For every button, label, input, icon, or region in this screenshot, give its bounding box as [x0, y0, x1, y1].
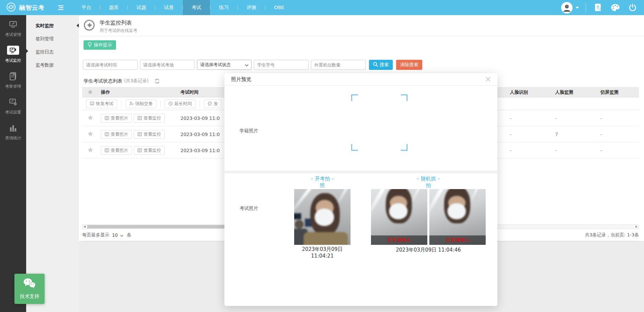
- exam-time-input[interactable]: [83, 60, 138, 70]
- refresh-icon[interactable]: [155, 79, 160, 84]
- scrollbar-thumb[interactable]: [87, 225, 227, 228]
- nav-tab-questions[interactable]: 试题: [128, 0, 155, 15]
- filter-bar: 请选择考试状态 搜索 清除搜索: [83, 60, 644, 70]
- face-recognition-cell: -: [506, 148, 552, 153]
- student-id-input[interactable]: [254, 60, 309, 70]
- view-monitor-button[interactable]: 查看监控: [134, 146, 165, 155]
- bulb-icon: [88, 42, 92, 48]
- exam-management-icon: [7, 20, 19, 29]
- sidebar-item-exam-management[interactable]: 考试管理: [0, 15, 26, 41]
- menu-toggle-icon[interactable]: [57, 5, 64, 10]
- frame-corner-icon: [351, 144, 358, 151]
- star-icon[interactable]: [82, 131, 98, 137]
- topbar-divider: [586, 3, 586, 12]
- chevron-down-icon: [245, 62, 249, 68]
- table-record-count: (共3条记录): [124, 78, 149, 84]
- camera-count-input[interactable]: [311, 60, 366, 70]
- pagination-summary: 共3条记录，当前页: 1-3条: [585, 232, 639, 238]
- nav-tab-practice[interactable]: 练习: [210, 0, 237, 15]
- close-icon[interactable]: [484, 75, 492, 83]
- per-page-suffix: 条: [127, 232, 131, 238]
- tips-button[interactable]: 操作提示: [84, 40, 116, 50]
- submenu-item-proctor-data[interactable]: 监考数据: [26, 58, 79, 72]
- view-monitor-button[interactable]: 查看监控: [134, 130, 165, 139]
- face-monitor-cell: -: [552, 116, 597, 121]
- divider: [160, 100, 161, 107]
- resume-exam-button[interactable]: 恢复考试: [86, 99, 117, 108]
- frame-corner-icon: [401, 94, 408, 101]
- star-icon[interactable]: [82, 147, 98, 153]
- brand[interactable]: 融智云考: [6, 2, 45, 13]
- sidebar-item-query-statistics[interactable]: 查询统计: [0, 119, 26, 144]
- photo-frame-placeholder: [351, 94, 408, 151]
- exam-photo-label: 考试照片: [239, 206, 258, 212]
- send-message-button[interactable]: 发: [204, 99, 222, 108]
- start-exam-photo[interactable]: [294, 189, 351, 245]
- random-capture-link[interactable]: »随机抓« 拍: [401, 175, 455, 189]
- divider: [200, 100, 200, 107]
- top-navbar: 融智云考 平台 题库 试题 试卷 考试 练习 评测 OBE ? ?: [0, 0, 644, 15]
- help-icon[interactable]: ?: [594, 3, 602, 12]
- nav-tabs: 平台 题库 试题 试卷 考试 练习 评测 OBE: [73, 0, 293, 15]
- exam-photo-section: 考试照片 »开考拍« 照 »随机抓« 拍: [224, 173, 497, 306]
- logout-power-icon[interactable]: [629, 4, 637, 12]
- avatar[interactable]: ?: [561, 2, 573, 13]
- per-page-prefix: 每页最多显示: [82, 232, 109, 238]
- view-photo-button[interactable]: 查看照片: [101, 114, 132, 123]
- search-button[interactable]: 搜索: [369, 60, 393, 70]
- random-capture-photo[interactable]: 前置摄像头: [371, 189, 427, 245]
- column-header-action: 操作: [98, 89, 180, 95]
- svg-text:?: ?: [596, 5, 599, 10]
- tech-support-button[interactable]: 技术支持: [14, 274, 45, 304]
- scroll-right-arrow-icon[interactable]: [634, 225, 639, 229]
- back-icon[interactable]: [84, 19, 95, 31]
- frame-corner-icon: [351, 94, 358, 101]
- nav-tab-question-bank[interactable]: 题库: [100, 0, 127, 15]
- per-page-select[interactable]: 10: [112, 232, 123, 238]
- student-photo-section: 学籍照片: [224, 86, 497, 171]
- nav-tab-obe[interactable]: OBE: [265, 0, 293, 15]
- view-photo-button[interactable]: 查看照片: [101, 146, 132, 155]
- front-camera-overlay: 前置摄像头: [371, 235, 427, 245]
- sidebar-item-exam-settings[interactable]: 考试设置: [0, 93, 26, 119]
- scroll-left-arrow-icon[interactable]: [83, 225, 87, 229]
- submenu-item-realtime-monitoring[interactable]: 实时监控: [26, 19, 79, 32]
- page-title: 学生监控列表: [100, 19, 138, 27]
- brand-logo-icon: [6, 2, 16, 13]
- exam-status-select[interactable]: 请选择考试状态: [197, 60, 252, 70]
- face-recognition-cell: -: [506, 132, 552, 137]
- student-photo-label: 学籍照片: [239, 128, 258, 134]
- star-icon[interactable]: [82, 115, 98, 121]
- front-camera-overlay: 前置摄像头: [429, 235, 486, 245]
- nav-tab-evaluation[interactable]: 评测: [238, 0, 265, 15]
- random-capture-timestamp: 2023年03月09日 11:04:46: [371, 247, 486, 253]
- screen-monitor-cell: -: [597, 132, 639, 137]
- brand-title: 融智云考: [19, 4, 45, 12]
- user-menu[interactable]: ?: [561, 2, 579, 13]
- view-photo-button[interactable]: 查看照片: [101, 130, 132, 139]
- wechat-icon: [23, 278, 36, 291]
- divider: [121, 100, 121, 107]
- start-exam-photo-timestamp: 2023年03月09日 11:04:21: [289, 246, 356, 259]
- view-monitor-button[interactable]: 查看监控: [134, 114, 165, 123]
- extend-time-button[interactable]: 延长时间: [165, 99, 196, 108]
- sidebar-item-exam-monitoring[interactable]: 考试监控: [0, 41, 26, 67]
- clear-search-button[interactable]: 清除搜索: [396, 60, 422, 70]
- sidebar-item-paper-management[interactable]: 考卷管理: [0, 67, 26, 93]
- submenu-item-checkin-management[interactable]: 签到管理: [26, 32, 79, 45]
- chevron-down-icon: [120, 232, 123, 238]
- column-header-screen-monitor: 切屏监测: [597, 89, 639, 95]
- start-exam-photo-link[interactable]: »开考拍« 照: [296, 175, 349, 189]
- star-header-icon[interactable]: [82, 89, 98, 95]
- theme-palette-icon[interactable]: [611, 4, 620, 12]
- nav-tab-exam[interactable]: 考试: [183, 0, 210, 15]
- random-capture-photo[interactable]: 前置摄像头: [429, 189, 486, 245]
- paper-management-icon: [7, 72, 19, 81]
- submenu-item-monitoring-logs[interactable]: 监控日志: [26, 45, 79, 58]
- exam-room-input[interactable]: [140, 60, 195, 70]
- modal-header: 照片预览: [224, 73, 497, 86]
- nav-tab-platform[interactable]: 平台: [73, 0, 100, 15]
- nav-tab-papers[interactable]: 试卷: [155, 0, 182, 15]
- force-submit-button[interactable]: 强制交卷: [125, 99, 156, 108]
- svg-text:?: ?: [566, 5, 568, 8]
